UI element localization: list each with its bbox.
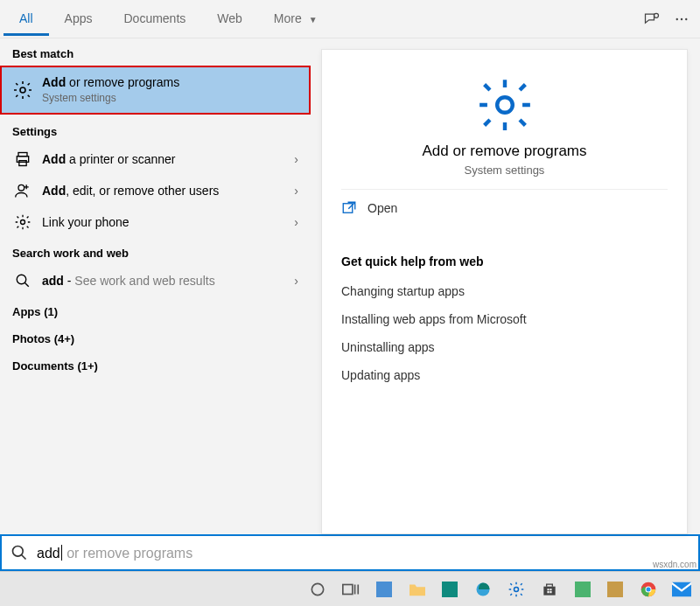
- svg-point-13: [13, 547, 24, 557]
- tab-more[interactable]: More ▼: [258, 3, 333, 36]
- help-link[interactable]: Installing web apps from Microsoft: [341, 305, 668, 333]
- svg-point-0: [654, 13, 659, 17]
- taskbar-store[interactable]: [533, 575, 566, 604]
- user-icon: [12, 180, 33, 201]
- result-web-search[interactable]: add - See work and web results ›: [0, 265, 311, 296]
- svg-point-2: [681, 17, 682, 19]
- taskbar-mail[interactable]: [665, 575, 698, 604]
- taskbar-settings[interactable]: [500, 575, 533, 604]
- feedback-icon[interactable]: [637, 4, 667, 34]
- tab-web[interactable]: Web: [201, 3, 258, 36]
- chevron-down-icon: ▼: [309, 15, 318, 24]
- result-link-phone[interactable]: Link your phone ›: [0, 206, 311, 238]
- preview-pane: Add or remove programs System settings O…: [321, 49, 688, 534]
- svg-point-11: [497, 97, 513, 113]
- filter-tabs: All Apps Documents Web More ▼: [0, 0, 700, 38]
- taskbar-edge[interactable]: [466, 575, 500, 604]
- taskbar: [0, 571, 700, 606]
- taskbar-chrome[interactable]: [632, 575, 665, 604]
- tab-more-label: More: [274, 11, 302, 25]
- svg-point-4: [20, 87, 25, 93]
- result-text: Link your phone: [42, 214, 294, 230]
- search-input[interactable]: add or remove programs: [0, 534, 700, 571]
- group-documents[interactable]: Documents (1+): [0, 351, 311, 378]
- svg-rect-7: [19, 161, 26, 166]
- svg-point-9: [21, 220, 25, 225]
- search-web-header: Search work and web: [0, 238, 311, 265]
- help-link[interactable]: Changing startup apps: [341, 277, 668, 305]
- svg-point-10: [17, 275, 26, 284]
- open-button[interactable]: Open: [341, 190, 668, 226]
- taskbar-fileexplorer[interactable]: [401, 575, 434, 604]
- best-match-header: Best match: [0, 38, 311, 66]
- tab-all[interactable]: All: [4, 3, 49, 36]
- preview-subtitle: System settings: [465, 164, 545, 177]
- result-add-users[interactable]: Add, edit, or remove other users ›: [0, 175, 311, 206]
- group-photos[interactable]: Photos (4+): [0, 324, 311, 351]
- chevron-right-icon: ›: [294, 215, 298, 229]
- preview-title: Add or remove programs: [422, 143, 586, 160]
- help-link[interactable]: Updating apps: [341, 361, 668, 389]
- tab-documents[interactable]: Documents: [108, 3, 201, 36]
- chevron-right-icon: ›: [294, 274, 298, 288]
- help-link[interactable]: Uninstalling apps: [341, 333, 668, 361]
- tab-apps[interactable]: Apps: [49, 3, 108, 36]
- taskbar-cortana[interactable]: [301, 575, 334, 604]
- gear-icon: [12, 80, 33, 101]
- taskbar-taskview[interactable]: [334, 575, 368, 604]
- chevron-right-icon: ›: [294, 184, 298, 198]
- gear-icon: [12, 212, 33, 233]
- taskbar-app[interactable]: [598, 575, 632, 604]
- preview-hero: Add or remove programs System settings: [341, 62, 668, 190]
- settings-header: Settings: [0, 116, 311, 143]
- svg-point-3: [685, 17, 687, 19]
- results-area: Best match Add or remove programs System…: [0, 38, 700, 534]
- result-text: Add, edit, or remove other users: [42, 183, 294, 199]
- more-options-icon[interactable]: [667, 4, 696, 34]
- chevron-right-icon: ›: [294, 152, 298, 166]
- taskbar-app[interactable]: [433, 575, 466, 604]
- open-label: Open: [368, 201, 397, 215]
- search-icon: [10, 544, 28, 561]
- printer-icon: [12, 149, 33, 170]
- result-text: add - See work and web results: [42, 273, 294, 289]
- svg-rect-15: [343, 584, 353, 594]
- svg-point-14: [312, 583, 323, 595]
- search-icon: [12, 270, 33, 291]
- watermark: wsxdn.com: [653, 560, 696, 569]
- taskbar-app[interactable]: [368, 575, 401, 604]
- search-text: add or remove programs: [37, 545, 192, 561]
- taskbar-app[interactable]: [566, 575, 599, 604]
- svg-point-1: [676, 17, 678, 19]
- open-icon: [341, 200, 357, 216]
- quick-help-header: Get quick help from web: [341, 244, 668, 277]
- result-text: Add a printer or scanner: [42, 151, 294, 167]
- group-apps[interactable]: Apps (1): [0, 296, 311, 324]
- svg-point-17: [514, 587, 518, 591]
- svg-point-8: [18, 185, 24, 191]
- svg-rect-12: [343, 204, 353, 213]
- gear-icon: [476, 76, 534, 134]
- svg-point-20: [647, 587, 651, 591]
- results-left-pane: Best match Add or remove programs System…: [0, 38, 311, 534]
- result-add-printer[interactable]: Add a printer or scanner ›: [0, 143, 311, 175]
- best-match-result[interactable]: Add or remove programs System settings: [0, 66, 311, 115]
- best-match-text: Add or remove programs System settings: [42, 74, 300, 106]
